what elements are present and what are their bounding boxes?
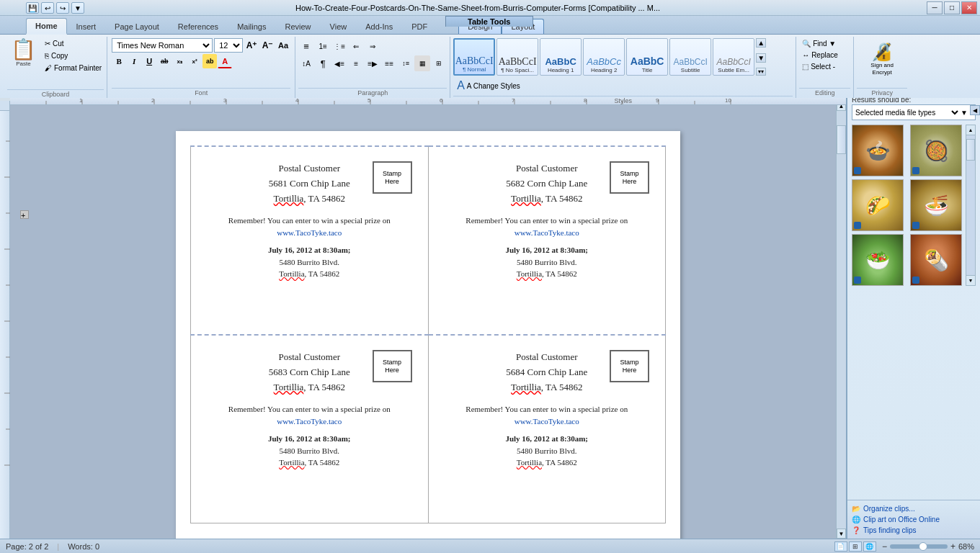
change-styles-label: A Change Styles [467,82,520,90]
shading-button[interactable]: ▦ [414,55,430,71]
undo-quick-btn[interactable]: ↩ [41,2,54,14]
tab-view[interactable]: View [321,19,357,34]
tips-finding-link[interactable]: ❓ Tips finding clips [852,525,976,536]
tab-pdf[interactable]: PDF [402,19,437,34]
thumbnail-5[interactable]: 🥗 [852,234,904,286]
tab-insert[interactable]: Insert [67,19,106,34]
replace-button[interactable]: ↔ Replace [799,50,841,60]
copy-button[interactable]: ⎘ Copy [43,50,104,61]
paste-button[interactable]: 📋 Paste [7,37,40,70]
style-subtle-em[interactable]: AaBbCcI Subtle Em... [713,38,754,76]
tab-pagelayout[interactable]: Page Layout [105,19,169,34]
font-color-button[interactable]: A [218,54,232,68]
style-no-spacing-label: ¶ No Spaci... [501,67,534,73]
stamp-text-2: StampHere [620,170,638,186]
style-heading1[interactable]: AaBbC Heading 1 [540,38,582,76]
url-2[interactable]: www.TacoTyke.taco [514,228,579,237]
sort-button[interactable]: ↕A [298,55,314,71]
address-3: Postal Customer 5683 Corn Chip Lane Tort… [243,350,376,395]
align-left[interactable]: ◀≡ [331,55,347,71]
thumb-scroll-up[interactable]: ▲ [966,125,975,135]
italic-button[interactable]: I [127,54,141,68]
view-full-btn[interactable]: ⊞ [849,541,862,552]
bullets-button[interactable]: ≡ [298,38,314,54]
city-2: Tortillia [511,193,541,204]
decrease-indent[interactable]: ⇐ [348,38,364,54]
scroll-down-btn[interactable]: ▼ [837,529,846,539]
ribbon-content: 📋 Paste ✂ Cut ⎘ Copy 🖌 [0,35,980,98]
panel-collapse-btn[interactable]: ◀ [970,105,980,115]
addr1-2: 5682 Corn Chip Lane [480,176,613,192]
style-title[interactable]: AaBbC Title [626,38,668,76]
strikethrough-button[interactable]: ab [157,54,172,68]
organize-clips-link[interactable]: 📂 Organize clips... [852,503,976,514]
align-right[interactable]: ≡▶ [365,55,380,71]
select-button[interactable]: ⬚ Select - [799,61,841,72]
maximize-btn[interactable]: □ [944,1,960,14]
border-button[interactable]: ⊞ [431,55,447,71]
thumbnail-4[interactable]: 🍜 [910,179,962,231]
thumb-scroll-thumb[interactable] [966,139,975,161]
tab-review[interactable]: Review [275,19,320,34]
tab-addins[interactable]: Add-Ins [356,19,402,34]
tab-home[interactable]: Home [26,18,67,35]
minimize-btn[interactable]: ─ [927,1,943,14]
text-highlight[interactable]: ab [202,54,217,68]
thumbnail-3[interactable]: 🌮 [852,179,904,231]
cut-button[interactable]: ✂ Cut [43,38,104,49]
styles-scroll-up[interactable]: ▲ [756,38,766,48]
multilevel-list[interactable]: ⋮≡ [331,38,347,54]
url-1[interactable]: www.TacoTyke.taco [277,228,342,237]
find-button[interactable]: 🔍 Find ▼ [799,38,841,49]
postcard-3: StampHere Postal Customer 5683 Corn Chip… [191,335,429,523]
view-web-btn[interactable]: 🌐 [863,541,876,552]
numbering-button[interactable]: 1≡ [315,38,331,54]
thumbnail-1[interactable]: 🍲 [852,125,904,176]
thumb-scroll-track [966,135,975,275]
format-painter-button[interactable]: 🖌 Format Painter [43,63,104,73]
url-3[interactable]: www.TacoTyke.taco [277,417,342,426]
styles-more[interactable]: ▾▾ [756,68,766,76]
font-name-select[interactable]: Times New Roman [112,38,213,53]
show-formatting[interactable]: ¶ [315,55,331,71]
thumbnail-6[interactable]: 🌯 [910,234,962,286]
align-center[interactable]: ≡ [348,55,364,71]
view-print-btn[interactable]: 📄 [834,541,847,552]
thumbnail-2[interactable]: 🥘 [910,125,962,176]
superscript-button[interactable]: x² [187,54,202,68]
sign-encrypt-button[interactable]: 🔏 Sign and Encrypt [857,38,907,79]
zoom-in-btn[interactable]: + [950,541,956,552]
resize-handle[interactable]: + [20,210,29,219]
url-4[interactable]: www.TacoTyke.taco [514,417,579,426]
bold-button[interactable]: B [112,54,126,68]
zoom-slider[interactable] [890,544,948,549]
thumb-scroll-down[interactable]: ▼ [966,275,975,285]
style-no-spacing[interactable]: AaBbCcI ¶ No Spaci... [496,38,538,76]
line-spacing[interactable]: ↕≡ [398,55,414,71]
tab-references[interactable]: References [169,19,228,34]
font-size-decrease[interactable]: A⁻ [260,38,275,53]
citystate-1: Tortillia, TA 54862 [243,192,376,207]
style-normal[interactable]: AaBbCcI ¶ Normal [453,38,495,76]
results-select[interactable]: Selected media file types [852,105,961,120]
zoom-out-btn[interactable]: − [882,541,887,552]
quick-access-more[interactable]: ▼ [71,2,84,14]
tab-mailings[interactable]: Mailings [228,19,275,34]
justify[interactable]: ≡≡ [381,55,397,71]
styles-scroll-down[interactable]: ▼ [756,53,766,63]
clear-formatting[interactable]: Aa [276,38,290,53]
close-btn[interactable]: ✕ [961,1,977,14]
style-subtitle[interactable]: AaBbCcI Subtitle [669,38,711,76]
underline-button[interactable]: U [142,54,156,68]
subscript-button[interactable]: x₂ [172,54,187,68]
font-size-select[interactable]: 12 [214,38,243,53]
save-quick-btn[interactable]: 💾 [26,2,39,14]
results-dropdown[interactable]: ▼ [961,109,971,117]
font-size-increase[interactable]: A⁺ [244,38,259,53]
style-heading2[interactable]: AaBbCc Heading 2 [583,38,625,76]
increase-indent[interactable]: ⇒ [365,38,380,54]
scroll-thumb[interactable] [837,125,846,154]
change-styles-button[interactable]: A A Change Styles [453,77,524,94]
clipart-online-link[interactable]: 🌐 Clip art on Office Online [852,514,976,525]
redo-quick-btn[interactable]: ↪ [56,2,69,14]
